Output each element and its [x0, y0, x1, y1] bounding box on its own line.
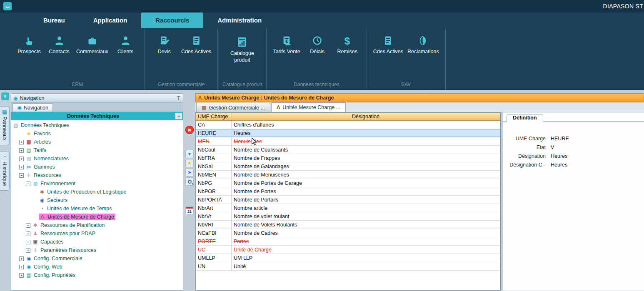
document-icon	[191, 34, 202, 47]
dock-tab-panneaux[interactable]: ▦Panneaux	[0, 106, 10, 145]
expand-icon[interactable]: +	[26, 231, 30, 236]
ribbon-item-label: Remises	[337, 49, 357, 55]
table-row[interactable]: HEUREHeures	[196, 129, 500, 137]
tree-item-articles[interactable]: +▦Articles	[11, 138, 183, 146]
expand-icon[interactable]: +	[26, 240, 30, 244]
tree-item-label: Unités de Mesure de Temps	[47, 206, 112, 211]
tree-item-nomenclatures[interactable]: +▥Nomenclatures	[11, 154, 183, 163]
ribbon-tab-application[interactable]: Application	[79, 12, 142, 28]
table-row[interactable]: NbrArtNombre article	[196, 204, 500, 212]
tree-item-unites-de-mesure-de-charge[interactable]: ΛUnités de Mesure de Charge	[11, 213, 183, 221]
tab-gestion-commerciale[interactable]: ▦Gestion Commerciale ...	[196, 103, 270, 112]
briefcase-icon	[87, 34, 98, 47]
table-row[interactable]: CAChiffres d'affaires	[196, 121, 500, 129]
ribbon-item-reclamations[interactable]: Reclamations	[405, 34, 441, 55]
ribbon-item-prospects[interactable]: Prospects	[14, 34, 44, 55]
tree-item-favoris[interactable]: ★Favoris	[11, 129, 183, 138]
properties-icon: ▤	[25, 272, 32, 278]
table-row[interactable]: NCaFBINombre de Cadres	[196, 229, 500, 237]
table-row[interactable]: PORTEPortes	[196, 237, 500, 246]
ribbon-item-catalogue-produit[interactable]: Catalogue produit	[222, 34, 262, 63]
tab-navigation[interactable]: ◉ Navigation	[12, 103, 53, 112]
tree-item-unites-de-mesure-de-temps[interactable]: ◔Unités de Mesure de Temps	[11, 204, 183, 213]
tree-item-config-commerciale[interactable]: +◉Config. Commerciale	[11, 254, 183, 263]
ribbon-item-cdes-actives[interactable]: Cdes Actives	[179, 34, 213, 55]
cell-designation: Menuiseries	[232, 137, 500, 145]
close-icon[interactable]: ✖	[185, 126, 194, 134]
column-header-designation[interactable]: Désignation	[232, 113, 500, 120]
cell-ume-charge: UN	[196, 262, 232, 270]
expand-icon[interactable]: +	[26, 223, 30, 228]
expand-icon[interactable]: +	[19, 165, 24, 169]
ribbon-item-delais[interactable]: Délais	[302, 34, 332, 55]
ribbon-item-cdes-actives[interactable]: Cdes Actives	[371, 34, 405, 55]
table-row[interactable]: NbPORNombre de Portes	[196, 187, 500, 196]
expand-icon[interactable]: +	[19, 265, 24, 269]
tree-item-ressources[interactable]: −✛Ressources	[11, 171, 183, 179]
expand-icon[interactable]: +	[26, 248, 30, 253]
tarifs-icon: ▧	[25, 147, 32, 153]
table-row[interactable]: NbrVrNombre de volet roulant	[196, 212, 500, 221]
ribbon-item-clients[interactable]: Clients	[110, 34, 140, 55]
tree-item-unites-de-production-et-logistique[interactable]: ✱Unités de Production et Logistique	[11, 188, 183, 196]
ribbon-tab-raccourcis[interactable]: Raccourcis	[141, 12, 203, 28]
collapse-panel-button[interactable]: »	[175, 113, 182, 119]
ribbon-item-contacts[interactable]: Contacts	[44, 34, 74, 55]
table-row[interactable]: NbMENNombre de Menuiseries	[196, 171, 500, 179]
expand-icon[interactable]: +	[19, 273, 24, 278]
expand-icon[interactable]: +	[19, 256, 24, 261]
clock-icon: ◔	[39, 206, 45, 211]
ribbon-item-label: Cdes Actives	[373, 49, 403, 55]
expand-icon[interactable]: +	[19, 148, 24, 153]
tree-item-config-web[interactable]: +◉Config. Web	[11, 263, 183, 271]
table-row[interactable]: UMLLPUM LLP	[196, 254, 500, 262]
expand-icon[interactable]: +	[19, 140, 24, 144]
collapse-icon[interactable]: −	[26, 182, 30, 186]
tree-item-capacites[interactable]: +▣Capacités	[11, 238, 183, 246]
dock-tab-historique[interactable]: ◔Historique	[0, 151, 10, 191]
table-row[interactable]: NbGalNombre de Galandages	[196, 162, 500, 171]
collapse-icon[interactable]: −	[19, 173, 24, 178]
table-row[interactable]: NbVRINombre de Volets Roulants	[196, 221, 500, 229]
document-tab-label: Gestion Commerciale ...	[209, 105, 265, 111]
tree-item-donnees-techniques[interactable]: ▤Données Techniques	[11, 121, 183, 129]
tab-unites-mesure-charge[interactable]: ΛUnités Mesure Charge ...	[271, 102, 346, 112]
table-row[interactable]: NbFRANombre de Frappes	[196, 154, 500, 162]
ribbon-item-tarifs-vente[interactable]: Tarifs Vente	[271, 34, 302, 55]
expand-icon[interactable]: +	[19, 157, 24, 161]
ribbon-tab-administration[interactable]: Administration	[203, 12, 276, 28]
tree-item-gammes[interactable]: +≫Gammes	[11, 163, 183, 171]
ribbon-item-remises[interactable]: Remises	[332, 34, 362, 55]
document-header-title: Unités Mesure Charge : Unités de Mesure …	[204, 95, 334, 101]
star-icon[interactable]: ★	[185, 159, 194, 167]
ribbon-tab-bureau[interactable]: Bureau	[29, 12, 79, 28]
tree-item-tarifs[interactable]: +▧Tarifs	[11, 146, 183, 154]
table-row[interactable]: UNUnité	[196, 262, 500, 271]
tab-definition[interactable]: Définition	[507, 114, 543, 122]
ribbon-item-commerciaux[interactable]: Commerciaux	[74, 34, 110, 55]
tree-item-environnement[interactable]: −◍Environnement	[11, 179, 183, 188]
table-row[interactable]: UCUnité de Charge	[196, 246, 500, 254]
table-row[interactable]: NbPGNombre de Portes de Garage	[196, 179, 500, 187]
tree-item-config-proprietes[interactable]: +▤Config. Propriétés	[11, 271, 183, 279]
table-row[interactable]: NbCoulNombre de Coulissants	[196, 146, 500, 154]
table-row[interactable]: MENMenuiseries	[196, 137, 500, 146]
tree-item-secteurs[interactable]: ◉Secteurs	[11, 196, 183, 204]
ribbon-item-devis[interactable]: Devis	[149, 34, 179, 55]
column-header-ume-charge[interactable]: UME Charge	[196, 113, 232, 120]
navigation-tab-bar: ◉ Navigation	[11, 103, 183, 112]
tree-item-ressources-pour-pdap[interactable]: +♟Ressources pour PDAP	[11, 229, 183, 238]
cell-ume-charge: HEURE	[196, 129, 232, 137]
flag-icon[interactable]: ➤	[185, 168, 194, 177]
filter-icon[interactable]: ▼	[185, 150, 194, 158]
calendar-icon[interactable]: 21	[185, 206, 194, 215]
tree-item-parametres-ressources[interactable]: +✛Paramètres Ressources	[11, 246, 183, 254]
dock-menu-icon[interactable]: ≡	[1, 92, 9, 100]
table-row[interactable]: NbPORTANombre de Portails	[196, 196, 500, 204]
tree-item-ressources-de-planification[interactable]: +❖Ressources de Planification	[11, 221, 183, 229]
ribbon: ProspectsContactsCommerciauxClientsCRMDe…	[0, 28, 644, 90]
cell-ume-charge: NbMEN	[196, 171, 232, 179]
cell-ume-charge: NCaFBI	[196, 229, 232, 237]
search-icon[interactable]	[185, 177, 194, 186]
pin-icon[interactable]: ⊤	[177, 95, 181, 101]
